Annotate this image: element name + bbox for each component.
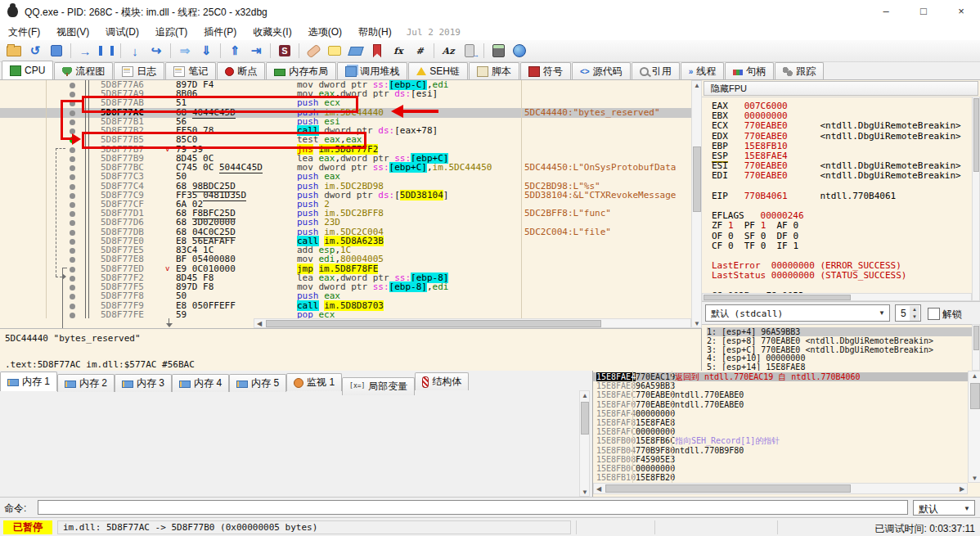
toolbar-pause-icon[interactable] bbox=[97, 42, 116, 60]
row-dot[interactable] bbox=[70, 202, 75, 208]
row-dot[interactable] bbox=[70, 276, 75, 282]
dump-tab-内存 2[interactable]: 内存 2 bbox=[57, 374, 115, 392]
dump-tab-局部变量[interactable]: [x=]局部变量 bbox=[342, 377, 415, 395]
stack-row[interactable]: 15E8FAF400000000 bbox=[593, 409, 968, 418]
tab-符号[interactable]: 符号 bbox=[520, 62, 571, 79]
tab-句柄[interactable]: 句柄 bbox=[725, 62, 774, 79]
disasm-vscrollbar[interactable]: ▲ ▼ bbox=[691, 80, 702, 328]
toolbar-function-icon[interactable]: fx bbox=[389, 42, 408, 60]
row-dot[interactable] bbox=[70, 211, 75, 217]
register-line[interactable]: EFLAGS 00000246 bbox=[712, 211, 804, 221]
toolbar-bookmark-icon[interactable] bbox=[367, 42, 387, 60]
call-arguments-list[interactable]: 1: [esp+4] 96A59BB32: [esp+8] 770EABE0 <… bbox=[702, 324, 980, 372]
menu-item-i[interactable]: 收藏夹(I) bbox=[245, 23, 299, 42]
stack-row[interactable]: 15E8FB0015E8FB6C指向SEH_Record[1]的指针 bbox=[593, 436, 968, 445]
toolbar-label-icon[interactable] bbox=[346, 42, 366, 60]
row-dot[interactable] bbox=[70, 285, 75, 291]
row-dot[interactable] bbox=[70, 184, 75, 190]
register-line[interactable]: ESI 770EABE0 <ntdll.DbgUiRemoteBreakin> bbox=[712, 161, 961, 171]
register-line[interactable]: ZF 1 PF 1 AF 0 bbox=[712, 221, 798, 231]
toolbar-strings-icon[interactable]: Az bbox=[438, 42, 458, 60]
tab-断点[interactable]: 断点 bbox=[217, 62, 265, 79]
stack-row[interactable]: 15E8FB1015E8FB20 bbox=[593, 473, 968, 482]
toolbar-stop-icon[interactable] bbox=[47, 42, 66, 60]
tab-引用[interactable]: 引用 bbox=[632, 62, 680, 79]
tab-笔记[interactable]: 笔记 bbox=[165, 62, 216, 79]
register-line[interactable]: ESP 15E8FAE4 bbox=[712, 151, 788, 161]
row-dot[interactable] bbox=[70, 174, 75, 180]
row-dot[interactable] bbox=[70, 257, 75, 263]
toolbar-patch-icon[interactable] bbox=[303, 42, 323, 60]
toolbar-attach-icon[interactable] bbox=[460, 42, 479, 60]
tab-脚本[interactable]: 脚本 bbox=[469, 62, 519, 79]
register-line[interactable]: EBP 15E8FB10 bbox=[712, 142, 788, 151]
stack-row[interactable]: 15E8FB08F45905E3 bbox=[593, 455, 968, 464]
register-line[interactable]: CF 0 TF 0 IF 1 bbox=[712, 241, 798, 251]
register-line[interactable]: EIP 770B4061 ntdll.770B4061 bbox=[712, 191, 896, 201]
register-line[interactable]: EDI 770EABE0 <ntdll.DbgUiRemoteBreakin> bbox=[712, 171, 961, 181]
call-arg-row[interactable]: 4: [esp+10] 00000000 bbox=[707, 354, 972, 363]
toolbar-run-to-user-code-icon[interactable]: ⇥ bbox=[246, 42, 266, 60]
tab-跟踪[interactable]: 跟踪 bbox=[775, 62, 824, 79]
row-dot[interactable] bbox=[70, 239, 75, 245]
menu-item-f[interactable]: 文件(F) bbox=[0, 23, 48, 42]
stack-hscrollbar[interactable]: ◀ ▶ bbox=[593, 483, 968, 494]
toolbar-scylla-icon[interactable]: S bbox=[275, 42, 294, 60]
menu-item-d[interactable]: 调试(D) bbox=[97, 23, 147, 42]
stepper-arrows-icon[interactable]: ▲▼ bbox=[910, 306, 919, 321]
menu-item-p[interactable]: 插件(P) bbox=[196, 23, 245, 42]
hide-fpu-button[interactable]: 隐藏FPU bbox=[704, 81, 978, 96]
row-dot[interactable] bbox=[70, 313, 75, 318]
toolbar-calculator-icon[interactable] bbox=[488, 42, 508, 60]
stack-row[interactable]: 15E8FAEC770EABE0ntdll.770EABE0 bbox=[593, 390, 968, 399]
row-dot[interactable] bbox=[70, 147, 75, 153]
row-dot[interactable] bbox=[70, 304, 75, 309]
tab-SEH链[interactable]: SEH链 bbox=[408, 62, 468, 79]
registers-hscrollbar[interactable] bbox=[702, 293, 972, 301]
row-dot[interactable] bbox=[70, 110, 75, 116]
row-dot[interactable] bbox=[70, 83, 75, 88]
register-line[interactable]: EBX 00000000 bbox=[712, 111, 788, 121]
disasm-hscrollbar[interactable]: ◀ bbox=[254, 318, 691, 328]
stack-row[interactable]: 15E8FAF815E8FAE8 bbox=[593, 418, 968, 427]
tab-流程图[interactable]: 流程图 bbox=[54, 62, 113, 79]
stack-row[interactable]: 15E8FAE4770EAC19返回到 ntdll.770EAC19 自 ntd… bbox=[593, 372, 968, 381]
close-button[interactable]: × bbox=[942, 0, 980, 23]
toolbar-run-icon[interactable]: → bbox=[75, 42, 95, 60]
row-dot[interactable] bbox=[70, 248, 75, 254]
dump-tab-监视 1[interactable]: 监视 1 bbox=[286, 373, 342, 391]
row-dot[interactable] bbox=[70, 119, 75, 125]
toolbar-open-file-icon[interactable] bbox=[4, 42, 24, 60]
toolbar-step-into-icon[interactable]: ↓ bbox=[125, 42, 145, 60]
row-dot[interactable] bbox=[70, 92, 75, 97]
disasm-row[interactable]: 5D8F77FE59pop ecx bbox=[0, 310, 691, 318]
stack-row[interactable]: 15E8FAF0770EABE0ntdll.770EABE0 bbox=[593, 400, 968, 409]
tab-日志[interactable]: 日志 bbox=[114, 62, 164, 79]
menu-item-o[interactable]: 选项(O) bbox=[300, 23, 350, 42]
toolbar-preferences-globe-icon[interactable] bbox=[510, 42, 529, 60]
row-dot[interactable] bbox=[70, 267, 75, 273]
registers-vscrollbar[interactable] bbox=[972, 97, 980, 301]
toolbar-hash-icon[interactable]: # bbox=[410, 42, 429, 60]
dump-vscrollbar[interactable]: ▲ ▼ bbox=[579, 390, 590, 497]
row-dot[interactable] bbox=[70, 230, 75, 236]
toolbar-step-out-icon[interactable]: ⇓ bbox=[196, 42, 216, 60]
tab-CPU[interactable]: CPU bbox=[2, 61, 53, 79]
tab-调用堆栈[interactable]: 调用堆栈 bbox=[337, 62, 407, 79]
dump-tab-内存 1[interactable]: 内存 1 bbox=[0, 372, 57, 391]
dump-tab-内存 5[interactable]: 内存 5 bbox=[229, 374, 286, 392]
call-arg-row[interactable]: 3: [esp+C] 770EABE0 <ntdll.DbgUiRemoteBr… bbox=[707, 345, 972, 354]
arg-count-stepper[interactable]: 5 ▲▼ bbox=[895, 304, 921, 322]
menu-item-h[interactable]: 帮助(H) bbox=[350, 23, 400, 42]
menu-item-t[interactable]: 追踪(T) bbox=[147, 23, 196, 42]
dump-tab-结构体[interactable]: 结构体 bbox=[415, 372, 469, 390]
row-dot[interactable] bbox=[70, 294, 75, 300]
unlock-checkbox[interactable] bbox=[928, 308, 940, 320]
register-line[interactable]: EAX 007C6000 bbox=[712, 101, 788, 111]
stack-rows[interactable]: 15E8FAE4770EAC19返回到 ntdll.770EAC19 自 ntd… bbox=[593, 372, 968, 483]
row-dot[interactable] bbox=[70, 220, 75, 226]
command-input[interactable] bbox=[38, 500, 908, 515]
tab-线程[interactable]: »线程 bbox=[681, 62, 725, 79]
command-profile-combo[interactable]: 默认 ▼ bbox=[913, 500, 975, 516]
row-dot[interactable] bbox=[70, 165, 75, 171]
